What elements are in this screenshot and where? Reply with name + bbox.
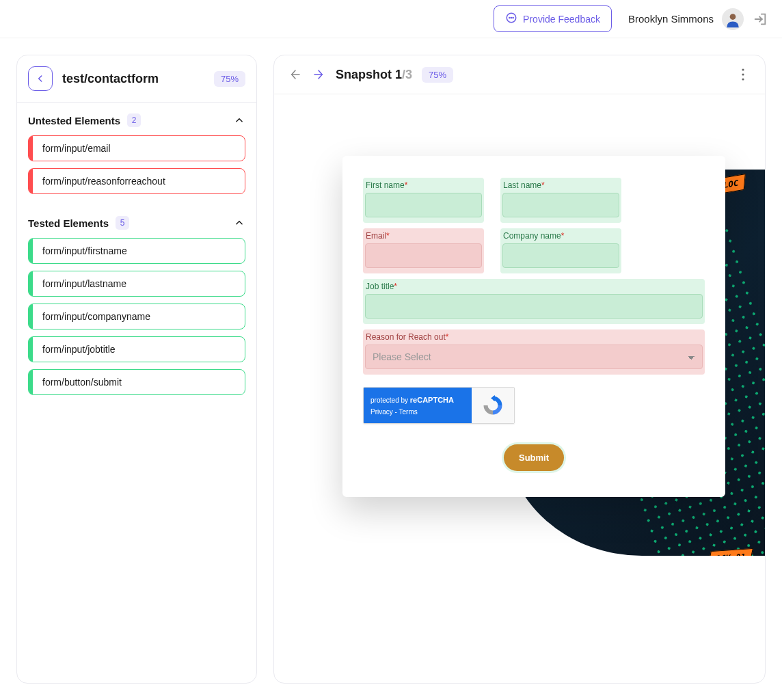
chevron-up-icon: [233, 114, 245, 126]
avatar[interactable]: [722, 8, 744, 30]
list-item[interactable]: form/input/companyname: [28, 304, 245, 329]
list-item[interactable]: form/input/reasonforreachout: [28, 168, 245, 194]
provide-feedback-button[interactable]: Provide Feedback: [494, 5, 612, 32]
list-item[interactable]: form/input/jobtitle: [28, 336, 245, 362]
snapshot-nav: [288, 67, 326, 82]
first-name-input[interactable]: [365, 193, 482, 217]
svg-point-2: [511, 17, 512, 18]
svg-point-8: [742, 78, 744, 80]
job-title-input[interactable]: [365, 294, 703, 319]
app-header: Provide Feedback Brooklyn Simmons: [0, 0, 782, 38]
page-title: test/contactform: [62, 72, 204, 86]
sign-out-icon[interactable]: [752, 11, 768, 27]
first-name-field: First name*: [363, 178, 484, 223]
untested-header[interactable]: Untested Elements 2: [28, 113, 245, 127]
list-item[interactable]: form/input/firstname: [28, 238, 245, 264]
svg-point-1: [509, 17, 510, 18]
user-block: Brooklyn Simmons: [628, 8, 768, 30]
svg-point-3: [513, 17, 513, 18]
next-snapshot-button[interactable]: [311, 67, 326, 82]
tested-section: Tested Elements 5 form/input/firstname f…: [17, 205, 256, 406]
elements-panel: test/contactform 75% Untested Elements 2…: [16, 55, 257, 684]
count-badge: 5: [116, 216, 129, 230]
coverage-badge: 75%: [422, 67, 453, 83]
svg-point-5: [730, 14, 736, 20]
count-badge: 2: [127, 113, 141, 127]
prev-snapshot-button[interactable]: [288, 67, 303, 82]
coverage-badge: 75%: [214, 71, 245, 87]
elements-panel-header: test/contactform 75%: [17, 55, 256, 103]
svg-marker-9: [491, 395, 495, 401]
tested-list: form/input/firstname form/input/lastname…: [28, 238, 245, 395]
recaptcha[interactable]: protected by reCAPTCHA Privacy - Terms: [363, 387, 515, 424]
chevron-up-icon: [233, 217, 245, 229]
snapshot-header: Snapshot 1/3 75%: [274, 55, 765, 94]
job-title-field: Job title*: [363, 279, 705, 324]
list-item[interactable]: form/input/lastname: [28, 271, 245, 297]
back-button[interactable]: [28, 66, 53, 91]
last-name-input[interactable]: [502, 193, 619, 217]
snapshot-panel: Snapshot 1/3 75% BLOC OCK 01 First name*: [273, 55, 766, 684]
email-field: Email*: [363, 228, 484, 273]
email-input[interactable]: [365, 243, 482, 268]
untested-list: form/input/email form/input/reasonforrea…: [28, 135, 245, 194]
company-field: Company name*: [500, 228, 621, 273]
recaptcha-icon: [472, 388, 514, 423]
list-item[interactable]: form/input/email: [28, 135, 245, 161]
svg-point-7: [742, 73, 744, 75]
chat-icon: [505, 12, 517, 26]
user-name: Brooklyn Simmons: [628, 13, 714, 25]
last-name-field: Last name*: [500, 178, 621, 223]
section-title: Tested Elements: [28, 217, 109, 229]
feedback-label: Provide Feedback: [523, 14, 600, 25]
company-input[interactable]: [502, 243, 619, 268]
reason-field: Reason for Reach out* Please Select: [363, 329, 705, 375]
more-options-button[interactable]: [735, 66, 751, 83]
section-title: Untested Elements: [28, 115, 120, 126]
snapshot-title: Snapshot 1/3: [336, 68, 412, 82]
untested-section: Untested Elements 2 form/input/email for…: [17, 103, 256, 205]
submit-button[interactable]: Submit: [504, 444, 564, 471]
svg-point-6: [742, 68, 744, 70]
contact-form: First name* Last name* Email* Company na: [342, 156, 725, 497]
reason-select[interactable]: Please Select: [365, 345, 703, 369]
list-item[interactable]: form/button/submit: [28, 369, 245, 395]
tested-header[interactable]: Tested Elements 5: [28, 216, 245, 230]
snapshot-area: BLOC OCK 01 First name* Last name*: [274, 94, 765, 683]
